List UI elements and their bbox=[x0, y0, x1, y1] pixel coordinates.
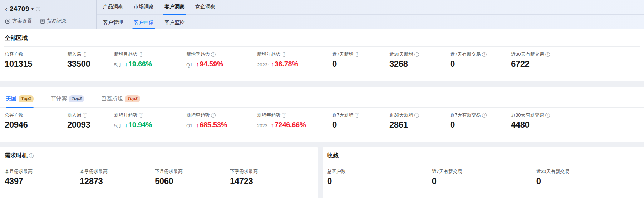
all-region-stats: 总客户数 101315 新入局! 33500 新增月趋势! 5月: ↓19.66… bbox=[0, 47, 644, 69]
stat-value: 0 bbox=[450, 59, 507, 69]
trend-value: ↑94.59% bbox=[196, 60, 223, 68]
info-icon[interactable]: ! bbox=[36, 7, 40, 11]
stat-total-customers: 总客户数 101315 bbox=[5, 51, 63, 69]
stat-label: 下月需求最高 bbox=[155, 168, 183, 175]
info-icon[interactable]: ! bbox=[545, 52, 550, 57]
stat-new-entrants: 新入局! 33500 bbox=[63, 51, 114, 69]
demand-stats: 本月需求最高 4397 本季需求最高 12873 下月需求最高 5060 下季需… bbox=[0, 164, 318, 186]
info-icon[interactable]: ! bbox=[355, 113, 359, 118]
stat-label: 总客户数 bbox=[5, 51, 23, 58]
country-tab-label: 菲律宾 bbox=[51, 95, 67, 102]
info-icon[interactable]: ! bbox=[414, 52, 419, 57]
stat-value: 0 bbox=[432, 177, 532, 186]
country-tab-pakistan[interactable]: 巴基斯坦 Top3 bbox=[101, 95, 140, 107]
main-tabs: 产品洞察 市场洞察 客户洞察 竞企洞察 bbox=[97, 0, 644, 15]
country-tab-usa[interactable]: 美国 Top1 bbox=[6, 95, 34, 107]
stat-value: 101315 bbox=[5, 59, 59, 69]
arrow-up-icon: ↑ bbox=[196, 61, 199, 68]
plan-settings-button[interactable]: 方案设置 bbox=[5, 18, 32, 24]
plan-title[interactable]: 24709 bbox=[10, 5, 29, 13]
stat-value: 6722 bbox=[511, 59, 640, 69]
trend-prefix: 5月: bbox=[114, 123, 123, 129]
tab-competitor-insight[interactable]: 竞企洞察 bbox=[194, 4, 217, 14]
stat-quarterly-trend: 新增季趋势! Q1: ↑685.53% bbox=[186, 112, 257, 129]
top1-badge: Top1 bbox=[19, 95, 34, 102]
header-left-block: ‹ 24709 ▼ ! 方案设置 贸易记录 bbox=[0, 0, 97, 29]
stat-label: 新增年趋势 bbox=[257, 51, 280, 58]
country-tab-label: 美国 bbox=[6, 95, 16, 102]
info-icon[interactable]: ! bbox=[139, 52, 143, 57]
stat-month-demand-high: 本月需求最高 4397 bbox=[5, 168, 80, 186]
arrow-up-icon: ↑ bbox=[271, 61, 274, 68]
tab-product-insight[interactable]: 产品洞察 bbox=[102, 4, 124, 14]
stat-value: 4397 bbox=[5, 177, 76, 186]
stat-value: 0 bbox=[450, 120, 507, 129]
stat-new-30d: 近30天新增! 2861 bbox=[389, 112, 450, 129]
stat-value: 0 bbox=[332, 120, 386, 129]
info-icon[interactable]: ! bbox=[282, 52, 286, 57]
stat-trade-30d: 近30天有新交易! 6722 bbox=[511, 51, 644, 69]
info-icon[interactable]: ! bbox=[83, 52, 87, 57]
info-icon[interactable]: ! bbox=[139, 113, 143, 118]
trend-prefix: 2023: bbox=[257, 123, 269, 128]
trend-prefix: Q1: bbox=[186, 123, 194, 128]
info-icon[interactable]: ! bbox=[414, 113, 419, 118]
trend-prefix: 5月: bbox=[114, 62, 123, 68]
stat-value: 0 bbox=[332, 59, 386, 69]
info-icon[interactable]: ! bbox=[545, 113, 550, 118]
stat-label: 近7天新增 bbox=[332, 51, 353, 58]
stat-monthly-trend: 新增月趋势! 5月: ↓10.94% bbox=[114, 112, 186, 129]
info-icon[interactable]: ! bbox=[211, 113, 216, 118]
subtab-customer-profile[interactable]: 客户画像 bbox=[132, 19, 155, 29]
stat-value: 5060 bbox=[155, 177, 226, 186]
stat-next-quarter-demand-high: 下季需求最高 14723 bbox=[230, 168, 305, 186]
all-region-panel: 全部区域 总客户数 101315 新入局! 33500 新增月趋势! 5月: ↓… bbox=[0, 29, 644, 81]
stat-label: 本月需求最高 bbox=[5, 168, 33, 175]
stat-label: 总客户数 bbox=[327, 168, 346, 175]
stat-trade-7d: 近7天有新交易! 0 bbox=[450, 112, 511, 129]
info-icon[interactable]: ! bbox=[83, 113, 87, 118]
demand-timing-panel: 需求时机 ! 本月需求最高 4397 本季需求最高 12873 下月需求最高 5… bbox=[0, 147, 318, 198]
info-icon[interactable]: ! bbox=[355, 52, 359, 57]
info-icon[interactable]: ! bbox=[211, 52, 216, 57]
tab-customer-insight[interactable]: 客户洞察 bbox=[163, 4, 186, 14]
sub-tabs: 客户管理 客户画像 客户监控 bbox=[97, 15, 644, 29]
info-icon[interactable]: ! bbox=[482, 113, 487, 118]
info-icon[interactable]: ! bbox=[482, 52, 487, 57]
stat-total-customers: 总客户数 20946 bbox=[5, 112, 63, 129]
subtab-customer-monitoring[interactable]: 客户监控 bbox=[163, 19, 186, 29]
back-icon[interactable]: ‹ bbox=[5, 5, 8, 13]
top3-badge: Top3 bbox=[125, 95, 140, 102]
country-tab-philippines[interactable]: 菲律宾 Top2 bbox=[51, 95, 84, 107]
stat-label: 近30天有新交易 bbox=[511, 51, 544, 58]
tab-market-insight[interactable]: 市场洞察 bbox=[132, 4, 155, 14]
stat-value: 4480 bbox=[511, 120, 640, 129]
stat-label: 总客户数 bbox=[5, 112, 23, 118]
stat-label: 近7天有新交易 bbox=[432, 168, 462, 175]
info-icon[interactable]: ! bbox=[282, 113, 286, 118]
stat-next-month-demand-high: 下月需求最高 5060 bbox=[155, 168, 230, 186]
plan-title-row: ‹ 24709 ▼ ! bbox=[5, 4, 96, 14]
trend-prefix: 2023: bbox=[257, 62, 269, 68]
stat-label: 下季需求最高 bbox=[230, 168, 258, 175]
stat-label: 近30天有新交易 bbox=[536, 168, 569, 175]
stat-new-entrants: 新入局! 20093 bbox=[63, 112, 114, 129]
trend-prefix: Q1: bbox=[186, 62, 194, 68]
stat-monthly-trend: 新增月趋势! 5月: ↓19.66% bbox=[114, 51, 186, 69]
arrow-down-icon: ↓ bbox=[125, 61, 128, 68]
arrow-up-icon: ↑ bbox=[271, 122, 274, 129]
stat-trade-30d: 近30天有新交易! 4480 bbox=[511, 112, 644, 129]
stat-label: 近30天新增 bbox=[389, 51, 413, 58]
stat-label: 新入局 bbox=[67, 112, 81, 118]
trend-value: ↑36.78% bbox=[271, 60, 298, 68]
chevron-down-icon[interactable]: ▼ bbox=[31, 7, 34, 11]
country-stats: 总客户数 20946 新入局! 20093 新增月趋势! 5月: ↓10.94%… bbox=[0, 108, 644, 129]
stat-label: 新增季趋势 bbox=[186, 51, 210, 58]
stat-label: 新增月趋势 bbox=[114, 51, 137, 58]
stat-value: 12873 bbox=[80, 177, 151, 186]
subtab-customer-management[interactable]: 客户管理 bbox=[102, 19, 124, 29]
trade-records-button[interactable]: 贸易记录 bbox=[40, 18, 67, 24]
info-icon[interactable]: ! bbox=[29, 153, 34, 158]
stat-trade-7d: 近7天有新交易 0 bbox=[432, 168, 536, 186]
country-tabs: 美国 Top1 菲律宾 Top2 巴基斯坦 Top3 bbox=[0, 87, 644, 108]
